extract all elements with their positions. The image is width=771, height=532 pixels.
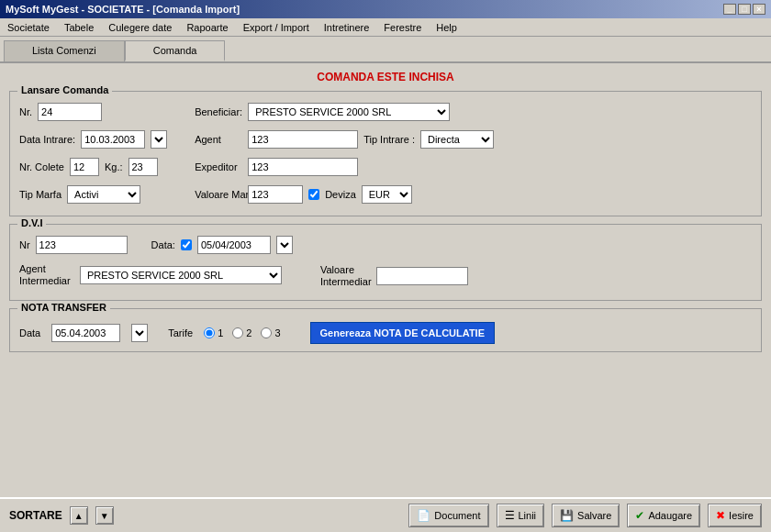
- dvi-nr-input[interactable]: [36, 236, 128, 254]
- tab-area: Lista Comenzi Comanda: [0, 37, 771, 63]
- nota-data-input[interactable]: [51, 324, 120, 342]
- agent-intermediar-row: Agent Intermediar PRESTO SERVICE 2000 SR…: [19, 263, 293, 287]
- agent-intermediar-label: Agent Intermediar: [19, 263, 74, 287]
- dvi-data-dropdown[interactable]: [276, 236, 293, 254]
- nota-data-label: Data: [19, 327, 40, 338]
- deviza-select[interactable]: EUR USD RON: [362, 185, 412, 204]
- menu-societate[interactable]: Societate: [4, 21, 53, 34]
- data-intrare-row: Data Intrare:: [19, 130, 167, 149]
- menu-help[interactable]: Help: [432, 21, 461, 34]
- dvi-data-input[interactable]: [197, 236, 271, 254]
- valoare-intermediar-row: Valoare Intermediar: [320, 264, 468, 288]
- tab-lista-comenzi[interactable]: Lista Comenzi: [4, 40, 125, 61]
- iesire-btn-label: Iesire: [729, 510, 754, 521]
- expeditor-row: Expeditor: [195, 158, 494, 176]
- nr-input[interactable]: [38, 103, 102, 121]
- salvare-btn-label: Salvare: [577, 510, 611, 521]
- main-content: COMANDA ESTE INCHISA Lansare Comanda Nr.…: [0, 63, 771, 494]
- nr-colete-input[interactable]: [70, 158, 99, 176]
- beneficiar-label: Beneficiar:: [195, 106, 242, 117]
- kg-label: Kg.:: [105, 161, 123, 172]
- menu-tabele[interactable]: Tabele: [61, 21, 97, 34]
- nota-transfer-grid: Data Tarife 1 2 3 Genereaza NOTA DE CALC: [19, 322, 752, 344]
- adaugare-btn[interactable]: Adaugare: [627, 504, 700, 527]
- document-icon: [417, 509, 430, 522]
- dvi-data-label: Data:: [151, 239, 175, 250]
- tip-marfa-row: Tip Marfa Activi Pasivi: [19, 185, 167, 204]
- tarif-1-radio[interactable]: [204, 327, 215, 338]
- nota-data-dropdown[interactable]: [131, 324, 148, 342]
- expeditor-input[interactable]: [248, 158, 358, 176]
- linii-icon: [505, 509, 515, 522]
- nota-transfer-title: NOTA TRANSFER: [17, 302, 110, 313]
- nr-label: Nr.: [19, 106, 32, 117]
- menu-intretinere[interactable]: Intretinere: [320, 21, 374, 34]
- salvare-icon: [560, 509, 574, 522]
- tarif-1-item: 1: [204, 327, 223, 338]
- tarif-2-item: 2: [232, 327, 251, 338]
- menu-export[interactable]: Export / Import: [240, 21, 313, 34]
- data-intrare-dropdown[interactable]: [151, 130, 167, 149]
- tip-intrare-label: Tip Intrare :: [363, 134, 415, 145]
- data-intrare-label: Data Intrare:: [19, 134, 75, 145]
- lansare-comanda-section: Lansare Comanda Nr. Data Intrare: Nr. Co…: [9, 91, 762, 216]
- close-btn[interactable]: ×: [753, 4, 765, 15]
- bottom-toolbar: SORTARE ▲ ▼ Document Linii Salvare Adaug…: [0, 497, 771, 532]
- tip-marfa-select[interactable]: Activi Pasivi: [67, 185, 140, 204]
- dvi-nr-row: Nr Data:: [19, 236, 293, 254]
- dvi-title: D.V.I: [17, 217, 46, 228]
- valoare-marfa-label: Valoare Marfa: [195, 189, 242, 200]
- document-btn-label: Document: [434, 510, 480, 521]
- minimize-btn[interactable]: _: [723, 4, 736, 15]
- maximize-btn[interactable]: □: [738, 4, 751, 15]
- deviza-label: Deviza: [325, 189, 356, 200]
- valoare-intermediar-input[interactable]: [376, 267, 468, 285]
- valoare-intermediar-label: Valoare Intermediar: [320, 264, 371, 288]
- deviza-checkbox[interactable]: [308, 189, 319, 200]
- salvare-btn[interactable]: Salvare: [552, 504, 620, 527]
- iesire-btn[interactable]: Iesire: [708, 504, 762, 527]
- tip-intrare-select[interactable]: Directa Indirecta: [420, 130, 494, 149]
- document-btn[interactable]: Document: [408, 504, 488, 527]
- sortare-label: SORTARE: [9, 509, 62, 522]
- tab-comanda[interactable]: Comanda: [125, 40, 226, 61]
- tarif-2-radio[interactable]: [232, 327, 243, 338]
- sort-up-btn[interactable]: ▲: [70, 506, 88, 525]
- agent-intermediar-select[interactable]: PRESTO SERVICE 2000 SRL: [80, 266, 282, 284]
- tip-marfa-label: Tip Marfa: [19, 189, 61, 200]
- agent-input[interactable]: [248, 130, 358, 149]
- valoare-marfa-input[interactable]: [248, 185, 303, 204]
- tarife-label: Tarife: [168, 327, 193, 338]
- tarif-2-label: 2: [246, 327, 251, 338]
- expeditor-label: Expeditor: [195, 161, 242, 172]
- agent-label: Agent: [195, 134, 242, 145]
- beneficiar-select[interactable]: PRESTO SERVICE 2000 SRL: [248, 103, 450, 121]
- nr-colete-row: Nr. Colete Kg.:: [19, 158, 167, 176]
- adaugare-icon: [635, 509, 644, 522]
- generate-nota-btn[interactable]: Genereaza NOTA DE CALCULATIE: [310, 322, 496, 344]
- lansare-comanda-title: Lansare Comanda: [17, 84, 112, 95]
- tarif-3-radio[interactable]: [261, 327, 272, 338]
- title-text: MySoft MyGest - SOCIETATE - [Comanda Imp…: [6, 4, 240, 15]
- tarif-1-label: 1: [218, 327, 223, 338]
- menu-culegere[interactable]: Culegere date: [105, 21, 175, 34]
- menu-ferestre[interactable]: Ferestre: [380, 21, 425, 34]
- comanda-status-title: COMANDA ESTE INCHISA: [9, 71, 762, 83]
- sort-down-btn[interactable]: ▼: [95, 506, 114, 525]
- title-bar-buttons: _ □ ×: [723, 4, 765, 15]
- menu-rapoarte[interactable]: Rapoarte: [183, 21, 231, 34]
- kg-input[interactable]: [128, 158, 158, 176]
- beneficiar-row: Beneficiar: PRESTO SERVICE 2000 SRL: [195, 103, 494, 121]
- linii-btn-label: Linii: [519, 510, 537, 521]
- adaugare-btn-label: Adaugare: [648, 510, 692, 521]
- tarif-3-item: 3: [261, 327, 280, 338]
- nr-row: Nr.: [19, 103, 167, 121]
- nota-transfer-section: NOTA TRANSFER Data Tarife 1 2 3: [9, 308, 762, 352]
- linii-btn[interactable]: Linii: [497, 504, 545, 527]
- iesire-icon: [716, 509, 725, 522]
- data-intrare-input[interactable]: [81, 130, 145, 149]
- dvi-nr-label: Nr: [19, 239, 30, 250]
- tarif-3-label: 3: [274, 327, 280, 338]
- dvi-data-checkbox[interactable]: [181, 239, 192, 250]
- dvi-section: D.V.I Nr Data: Agent Intermediar PRESTO …: [9, 224, 762, 301]
